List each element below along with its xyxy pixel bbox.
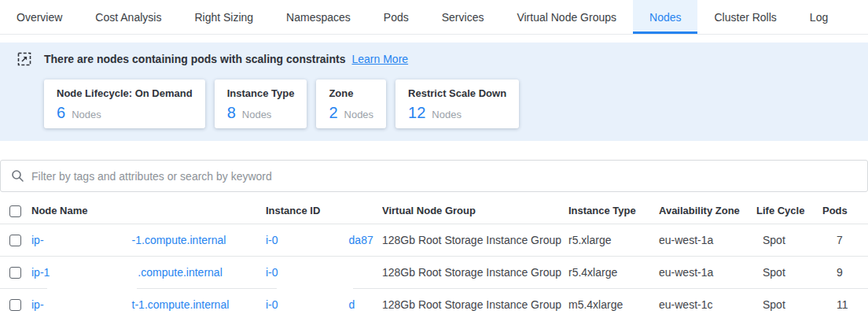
redaction-mask (47, 286, 137, 291)
tab-namespaces[interactable]: Namespaces (270, 0, 367, 34)
card-unit: Nodes (242, 109, 272, 120)
card-restrict-scale-down[interactable]: Restrict Scale Down 12 Nodes (395, 80, 519, 128)
node-name-link[interactable]: ip--1.compute.internal (31, 234, 226, 246)
availability-zone-value: eu-west-1a (659, 234, 756, 246)
tab-nodes[interactable]: Nodes (633, 0, 697, 34)
col-instance-id: Instance ID (266, 205, 382, 216)
nodes-table: Node Name Instance ID Virtual Node Group… (0, 198, 868, 318)
card-title: Instance Type (227, 88, 295, 99)
scaling-constraints-banner: There are nodes containing pods with sca… (0, 43, 868, 141)
redaction-mask (277, 286, 353, 291)
scale-pods-icon (17, 52, 31, 66)
card-title: Restrict Scale Down (408, 88, 506, 99)
col-availability-zone: Availability Zone (659, 205, 756, 216)
node-name-link[interactable]: ip-t-1.compute.internal (31, 298, 229, 311)
card-unit: Nodes (432, 109, 462, 120)
life-cycle-value: Spot (756, 266, 822, 279)
node-name-link[interactable]: ip-1.compute.internal (31, 266, 223, 279)
card-unit: Nodes (72, 109, 101, 120)
banner-message: There are nodes containing pods with sca… (44, 53, 346, 65)
tab-log[interactable]: Log (793, 0, 844, 34)
col-life-cycle: Life Cycle (756, 205, 822, 216)
tab-bar: Overview Cost Analysis Right Sizing Name… (0, 0, 868, 35)
instance-id-link[interactable]: i-0d (266, 298, 355, 311)
card-node-lifecycle[interactable]: Node Lifecycle: On Demand 6 Nodes (44, 80, 205, 128)
pods-value: 11 (822, 298, 868, 311)
table-header-row: Node Name Instance ID Virtual Node Group… (0, 198, 868, 224)
tab-right-sizing[interactable]: Right Sizing (178, 0, 270, 34)
col-instance-type: Instance Type (568, 205, 659, 216)
col-node-name: Node Name (31, 205, 266, 216)
instance-type-value: r5.xlarge (568, 234, 659, 246)
instance-type-value: r5.4xlarge (568, 266, 659, 279)
col-pods: Pods (822, 205, 868, 216)
tab-pods[interactable]: Pods (367, 0, 425, 34)
table-row: ip-t-1.compute.internal i-0d 128Gb Root … (0, 289, 868, 318)
learn-more-link[interactable]: Learn More (352, 53, 409, 65)
card-title: Node Lifecycle: On Demand (57, 88, 193, 99)
row-checkbox[interactable] (9, 267, 21, 279)
virtual-node-group-value: 128Gb Root Storage Instance Group (382, 298, 568, 311)
virtual-node-group-value: 128Gb Root Storage Instance Group (382, 266, 568, 279)
instance-type-value: m5.4xlarge (568, 298, 659, 311)
card-value: 6 (57, 105, 65, 120)
life-cycle-value: Spot (756, 298, 822, 311)
constraint-summary-cards: Node Lifecycle: On Demand 6 Nodes Instan… (44, 80, 851, 128)
card-unit: Nodes (344, 109, 374, 120)
card-value: 2 (329, 105, 337, 120)
virtual-node-group-value: 128Gb Root Storage Instance Group (382, 234, 568, 246)
select-all-checkbox[interactable] (9, 205, 21, 217)
search-input[interactable] (31, 170, 857, 183)
pods-value: 7 (822, 234, 868, 246)
table-row: ip-1.compute.internal i-0 128Gb Root Sto… (0, 257, 868, 289)
table-row: ip--1.compute.internal i-0da87 128Gb Roo… (0, 224, 868, 257)
row-checkbox[interactable] (9, 235, 21, 246)
search-icon (11, 169, 24, 183)
card-instance-type[interactable]: Instance Type 8 Nodes (215, 80, 307, 128)
search-bar (0, 160, 868, 192)
tab-virtual-node-groups[interactable]: Virtual Node Groups (500, 0, 633, 34)
col-virtual-node-group: Virtual Node Group (382, 205, 568, 216)
tab-services[interactable]: Services (425, 0, 501, 34)
availability-zone-value: eu-west-1a (659, 266, 756, 279)
tab-overview[interactable]: Overview (0, 0, 79, 34)
tab-cost-analysis[interactable]: Cost Analysis (79, 0, 178, 34)
card-title: Zone (329, 88, 373, 99)
row-checkbox[interactable] (9, 299, 21, 311)
card-value: 8 (227, 105, 236, 120)
instance-id-link[interactable]: i-0da87 (266, 234, 373, 246)
tab-cluster-rolls[interactable]: Cluster Rolls (697, 0, 793, 34)
card-value: 12 (408, 105, 425, 120)
card-zone[interactable]: Zone 2 Nodes (316, 80, 386, 128)
pods-value: 9 (822, 266, 868, 279)
life-cycle-value: Spot (756, 234, 822, 246)
instance-id-link[interactable]: i-0 (266, 266, 349, 279)
availability-zone-value: eu-west-1c (659, 298, 756, 311)
